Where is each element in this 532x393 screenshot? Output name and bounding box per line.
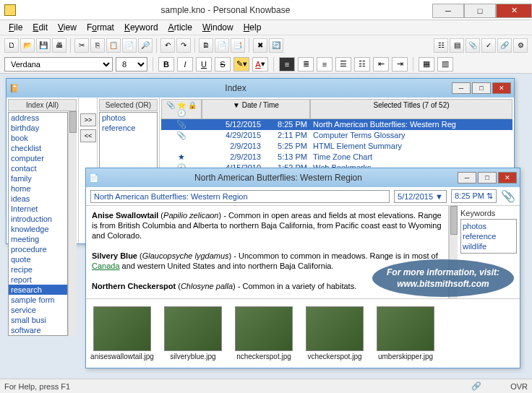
attachment-icon[interactable]: 📎 xyxy=(501,189,515,203)
attachment-thumb[interactable]: vcheckerspot.jpg xyxy=(303,306,366,360)
font-color-button[interactable]: A▾ xyxy=(252,57,268,72)
align-left-button[interactable]: ≡ xyxy=(279,57,295,72)
result-row[interactable]: 📎5/12/20158:25 PMNorth American Butterfl… xyxy=(161,119,512,130)
view2-icon[interactable]: ▤ xyxy=(450,38,464,53)
keyword-item[interactable]: Internet xyxy=(9,204,67,214)
maximize-button[interactable]: □ xyxy=(464,4,496,18)
results-grid[interactable]: 📎5/12/20158:25 PMNorth American Butterfl… xyxy=(161,119,512,173)
index-close-button[interactable]: ✕ xyxy=(492,82,511,94)
bullets-button[interactable]: ☰ xyxy=(335,57,351,72)
article-date-field[interactable]: 5/12/2015 ▼ xyxy=(394,190,447,203)
result-row[interactable]: 2/9/20135:25 PMHTML Element Summary xyxy=(161,141,512,152)
add-keyword-button[interactable]: >> xyxy=(80,113,96,126)
article-close-button[interactable]: ✕ xyxy=(498,172,517,183)
find-icon[interactable]: 🔎 xyxy=(138,38,153,53)
show-index-button[interactable]: ▦ xyxy=(419,57,434,72)
article-scrollbar[interactable] xyxy=(449,206,458,298)
keyword-item[interactable]: meeting xyxy=(9,234,67,244)
keyword-item[interactable]: computer xyxy=(9,153,67,163)
keyword-item[interactable]: ideas xyxy=(9,194,67,204)
article-body[interactable]: Anise Swallowtail (Papilio zelicaon) - C… xyxy=(86,206,449,298)
index-all-header[interactable]: Index (All) xyxy=(8,99,77,111)
grid-date-header[interactable]: ▼ Date / Time xyxy=(202,99,310,119)
article-minimize-button[interactable]: ─ xyxy=(458,172,476,183)
keyword-item[interactable]: checklist xyxy=(9,143,67,153)
new-article2-icon[interactable]: 📄 xyxy=(215,38,229,53)
menu-window[interactable]: Window xyxy=(198,21,238,34)
menu-edit[interactable]: Edit xyxy=(28,21,52,34)
indent-button[interactable]: ⇥ xyxy=(392,57,408,72)
new-article-icon[interactable]: 🗎 xyxy=(199,38,213,53)
article-time-field[interactable]: 8:25 PM ⇅ xyxy=(451,189,497,203)
keyword-item[interactable]: family xyxy=(9,173,67,183)
outdent-button[interactable]: ⇤ xyxy=(373,57,389,72)
underline-button[interactable]: U xyxy=(196,57,212,72)
properties-icon[interactable]: 📑 xyxy=(231,38,245,53)
minimize-button[interactable]: ─ xyxy=(432,4,464,18)
attachment-thumb[interactable]: silveryblue.jpg xyxy=(161,306,225,360)
close-button[interactable]: ✕ xyxy=(496,4,532,18)
remove-keyword-button[interactable]: << xyxy=(80,129,96,142)
numbers-button[interactable]: ☷ xyxy=(354,57,370,72)
keyword-item[interactable]: procedure xyxy=(9,244,67,254)
grid-icon-header[interactable]: 📎 ⭐ 🔒 🕘 xyxy=(161,99,202,119)
attachment-thumb[interactable]: umberskipper.jpg xyxy=(374,306,437,360)
keyword-item[interactable]: knowledge xyxy=(9,224,67,234)
align-right-button[interactable]: ≡ xyxy=(317,57,332,72)
cut-icon[interactable]: ✂ xyxy=(74,38,89,53)
attachment-thumb[interactable]: ncheckerspot.jpg xyxy=(232,306,296,360)
keyword-item[interactable]: service xyxy=(9,305,67,315)
result-row[interactable]: ★2/9/20135:13 PMTime Zone Chart xyxy=(161,152,512,163)
article-keywords-list[interactable]: photosreferencewildlife xyxy=(460,219,517,254)
keywords-scrollbar[interactable] xyxy=(68,111,77,336)
copy-icon[interactable]: ⎘ xyxy=(90,38,105,53)
keyword-item[interactable]: software xyxy=(9,325,67,335)
new-file-icon[interactable]: 🗋 xyxy=(4,38,19,53)
font-family-select[interactable]: Verdana xyxy=(4,57,113,72)
show-article-button[interactable]: ▥ xyxy=(437,57,453,72)
menu-file[interactable]: File xyxy=(4,21,27,34)
redo-icon[interactable]: ↷ xyxy=(176,38,191,53)
align-center-button[interactable]: ≣ xyxy=(298,57,314,72)
article-title-field[interactable]: North American Butterflies: Western Regi… xyxy=(90,190,390,203)
selected-keyword-item[interactable]: reference xyxy=(100,123,157,133)
keywords-all-list[interactable]: addressbirthdaybookchecklistcomputercont… xyxy=(8,112,68,336)
selected-header[interactable]: Selected (OR) xyxy=(99,99,158,111)
save-icon[interactable]: 💾 xyxy=(36,38,51,53)
tool-icon[interactable]: ⚙ xyxy=(513,38,528,53)
print-icon[interactable]: 🖶 xyxy=(52,38,66,53)
view1-icon[interactable]: ☷ xyxy=(434,38,448,53)
strike-button[interactable]: S xyxy=(215,57,231,72)
menu-help[interactable]: Help xyxy=(239,21,266,34)
keyword-item[interactable]: birthday xyxy=(9,123,67,133)
italic-button[interactable]: I xyxy=(177,57,193,72)
article-keyword[interactable]: wildlife xyxy=(463,241,515,251)
keyword-item[interactable]: recipe xyxy=(9,264,67,275)
article-keyword[interactable]: photos xyxy=(463,221,515,231)
paste-icon[interactable]: 📋 xyxy=(106,38,121,53)
article-titlebar[interactable]: 📄 North American Butterflies: Western Re… xyxy=(86,168,520,187)
highlight-button[interactable]: ✎▾ xyxy=(233,57,249,72)
menu-article[interactable]: Article xyxy=(164,21,197,34)
refresh-icon[interactable]: 🔄 xyxy=(269,38,283,53)
attach-icon[interactable]: 📎 xyxy=(466,38,480,53)
spell-icon[interactable]: ✓ xyxy=(481,38,496,53)
menu-keyword[interactable]: Keyword xyxy=(120,21,163,34)
delete-icon[interactable]: ✖ xyxy=(253,38,267,53)
keyword-item[interactable]: introduction xyxy=(9,214,67,224)
index-maximize-button[interactable]: □ xyxy=(472,82,491,94)
bold-button[interactable]: B xyxy=(158,57,174,72)
keyword-item[interactable]: quote xyxy=(9,254,67,264)
keyword-item[interactable]: research xyxy=(9,285,67,295)
paste2-icon[interactable]: 📄 xyxy=(122,38,137,53)
keyword-item[interactable]: small busi xyxy=(9,315,67,325)
keyword-item[interactable]: home xyxy=(9,183,67,194)
article-keyword[interactable]: reference xyxy=(463,231,515,241)
keyword-item[interactable]: report xyxy=(9,275,67,285)
menu-view[interactable]: View xyxy=(53,21,81,34)
index-titlebar[interactable]: 📔 Index ─ □ ✕ xyxy=(7,79,514,98)
result-row[interactable]: 📎4/29/20152:11 PMComputer Terms Glossary xyxy=(161,130,512,141)
font-size-select[interactable]: 8 xyxy=(116,57,147,72)
open-file-icon[interactable]: 📂 xyxy=(20,38,35,53)
article-maximize-button[interactable]: □ xyxy=(478,172,497,183)
